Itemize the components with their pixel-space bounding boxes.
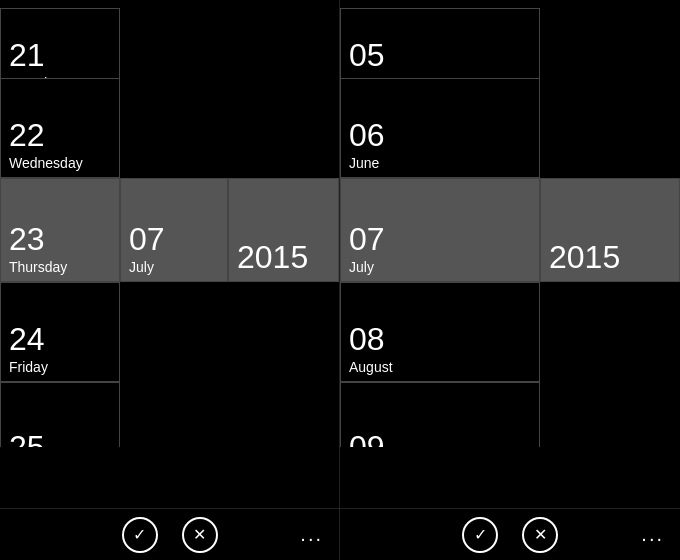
month-cell-05[interactable]: 05 May: [340, 8, 540, 78]
close-icon: ✕: [193, 525, 206, 544]
left-scroll-area: 21 Tuesday 22 Wednesday 23 Thursday 07 J…: [0, 0, 339, 508]
table-row[interactable]: 05 May: [340, 8, 680, 78]
cancel-button[interactable]: ✕: [522, 517, 558, 553]
left-picker-panel[interactable]: 21 Tuesday 22 Wednesday 23 Thursday 07 J…: [0, 0, 340, 560]
table-row[interactable]: 21 Tuesday: [0, 8, 339, 78]
day-cell-22[interactable]: 22 Wednesday: [0, 78, 120, 178]
day-number: 24: [9, 322, 111, 357]
year-cell-selected[interactable]: 2015: [228, 178, 339, 282]
day-cell-23-selected[interactable]: 23 Thursday: [0, 178, 120, 282]
day-number: 25: [9, 430, 111, 447]
table-row[interactable]: 25: [0, 382, 339, 447]
table-row[interactable]: 08 August: [340, 282, 680, 382]
checkmark-icon: ✓: [474, 525, 487, 544]
day-cell-24[interactable]: 24 Friday: [0, 282, 120, 382]
table-row[interactable]: 06 June: [340, 78, 680, 178]
selected-row[interactable]: 23 Thursday 07 July 2015: [0, 178, 339, 282]
confirm-button[interactable]: ✓: [462, 517, 498, 553]
month-number: 07: [129, 222, 219, 257]
month-cell-07-selected[interactable]: 07 July: [340, 178, 540, 282]
confirm-button[interactable]: ✓: [122, 517, 158, 553]
month-cell-09[interactable]: 09: [340, 382, 540, 447]
month-label: June: [349, 155, 531, 171]
day-number: 21: [9, 38, 111, 73]
right-picker-panel[interactable]: 05 May 06 June 07 July 2015: [340, 0, 680, 560]
month-number: 08: [349, 322, 531, 357]
cancel-button[interactable]: ✕: [182, 517, 218, 553]
day-label: Friday: [9, 359, 111, 375]
month-number: 07: [349, 222, 531, 257]
spacer: [120, 78, 339, 178]
day-cell-25[interactable]: 25: [0, 382, 120, 447]
day-label: Thursday: [9, 259, 111, 275]
year-number: 2015: [237, 240, 330, 275]
day-number: 23: [9, 222, 111, 257]
table-row[interactable]: 22 Wednesday: [0, 78, 339, 178]
spacer: [540, 282, 680, 382]
right-scroll-area: 05 May 06 June 07 July 2015: [340, 0, 680, 508]
spacer: [540, 78, 680, 178]
table-row[interactable]: 24 Friday: [0, 282, 339, 382]
year-number: 2015: [549, 240, 671, 275]
month-cell-08[interactable]: 08 August: [340, 282, 540, 382]
spacer: [120, 8, 339, 78]
day-number: 22: [9, 118, 111, 153]
selected-row[interactable]: 07 July 2015: [340, 178, 680, 282]
month-label: July: [129, 259, 219, 275]
spacer: [540, 8, 680, 78]
spacer: [120, 382, 339, 447]
table-row[interactable]: 09: [340, 382, 680, 447]
month-cell-selected[interactable]: 07 July: [120, 178, 228, 282]
close-icon: ✕: [534, 525, 547, 544]
spacer: [120, 282, 339, 382]
month-label: August: [349, 359, 531, 375]
year-cell-selected[interactable]: 2015: [540, 178, 680, 282]
checkmark-icon: ✓: [133, 525, 146, 544]
more-options-button[interactable]: ...: [300, 523, 323, 546]
right-bottom-bar: ✓ ✕ ...: [340, 508, 680, 560]
day-cell-21[interactable]: 21 Tuesday: [0, 8, 120, 78]
day-label: Wednesday: [9, 155, 111, 171]
month-number: 06: [349, 118, 531, 153]
month-number: 09: [349, 430, 531, 447]
month-label: July: [349, 259, 531, 275]
spacer: [540, 382, 680, 447]
month-cell-06[interactable]: 06 June: [340, 78, 540, 178]
left-bottom-bar: ✓ ✕ ...: [0, 508, 339, 560]
more-options-button[interactable]: ...: [641, 523, 664, 546]
month-number: 05: [349, 38, 531, 73]
